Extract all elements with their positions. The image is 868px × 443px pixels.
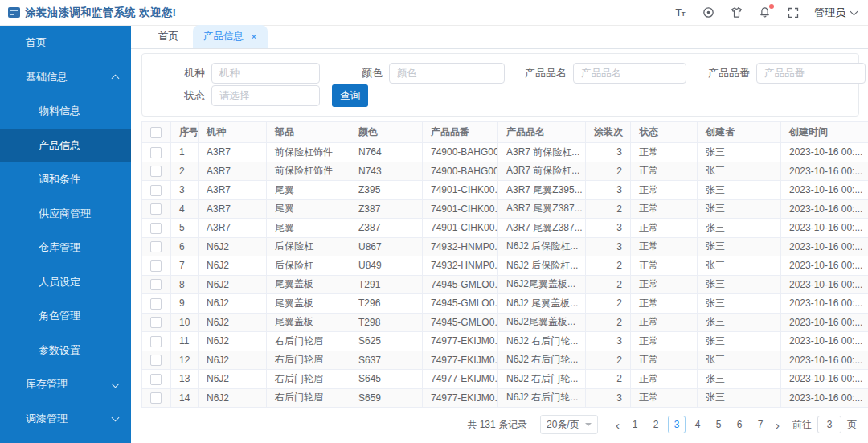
column-header: 创建时间 xyxy=(781,122,868,143)
table-cell: A3R7 xyxy=(199,181,267,200)
table-cell: 2023-10-16 00:... xyxy=(781,313,868,332)
select-all-checkbox[interactable] xyxy=(150,127,162,138)
sidebar-item-personnel-setting[interactable]: 人员设定 xyxy=(0,265,131,300)
table-cell: N743 xyxy=(350,162,423,181)
page-number-2[interactable]: 2 xyxy=(647,416,665,433)
row-checkbox[interactable] xyxy=(150,392,162,404)
tab-label: 首页 xyxy=(158,31,178,42)
sidebar-item-param-setting[interactable]: 参数设置 xyxy=(0,334,131,368)
app-window: 涂装油漆调和监管系统 欢迎您! TT 管理员 xyxy=(0,0,868,443)
sidebar-item-home[interactable]: 首页 xyxy=(0,26,131,60)
tab-首页[interactable]: 首页 xyxy=(157,25,180,48)
table-cell: 2023-10-16 00:... xyxy=(781,275,868,294)
row-checkbox[interactable] xyxy=(150,241,162,252)
row-checkbox[interactable] xyxy=(150,185,162,196)
table-cell: 正常 xyxy=(631,351,698,370)
sidebar-item-material-info[interactable]: 物料信息 xyxy=(0,94,131,129)
font-size-icon[interactable]: TT xyxy=(674,6,687,19)
sidebar-item-supplier-mgmt[interactable]: 供应商管理 xyxy=(0,197,131,232)
goto-page-input[interactable] xyxy=(817,416,841,433)
table-cell: N6J2 尾翼盖板... xyxy=(498,294,586,314)
status-label: 状态 xyxy=(150,88,205,103)
table-cell: 张三 xyxy=(698,256,781,276)
table-row: 4A3R7尾翼Z38774901-CIHK00...A3R7 尾翼Z387...… xyxy=(142,199,868,219)
search-field-product-name: 产品品名 xyxy=(515,63,686,84)
table-row: 11N6J2右后门轮眉S62574977-EKIJM0...N6J2 右后门轮.… xyxy=(142,332,868,351)
page-number-1[interactable]: 1 xyxy=(626,416,644,433)
table-cell: 4 xyxy=(171,199,199,219)
row-checkbox[interactable] xyxy=(150,147,162,158)
row-checkbox[interactable] xyxy=(150,223,162,234)
fullscreen-icon[interactable] xyxy=(786,6,800,19)
status-select[interactable]: 请选择 xyxy=(211,85,320,106)
user-menu[interactable]: 管理员 xyxy=(814,6,857,20)
chevron-down-icon xyxy=(112,379,120,388)
sidebar-item-product-info[interactable]: 产品信息 xyxy=(0,129,131,163)
prev-page-button[interactable]: ‹ xyxy=(611,419,624,431)
table-cell: 2 xyxy=(586,351,631,370)
table-cell: 74945-GMLO0... xyxy=(423,275,498,294)
table-cell: 后保险杠 xyxy=(267,256,350,276)
sidebar-item-label: 参数设置 xyxy=(39,343,80,358)
row-checkbox[interactable] xyxy=(150,279,162,290)
table-cell: 74901-CIHK00... xyxy=(423,199,498,219)
table-cell: 正常 xyxy=(631,162,698,181)
chevron-up-icon xyxy=(112,75,120,83)
sidebar-item-blend-condition[interactable]: 调和条件 xyxy=(0,162,131,197)
page-number-5[interactable]: 5 xyxy=(710,416,727,433)
row-checkbox[interactable] xyxy=(150,298,162,310)
sidebar-item-label: 调和条件 xyxy=(39,172,80,187)
table-cell: N6J2 xyxy=(199,313,267,332)
page-number-7[interactable]: 7 xyxy=(751,416,769,433)
table-cell: N6J2尾翼盖板... xyxy=(498,313,586,332)
search-input-product-name[interactable] xyxy=(573,63,686,84)
search-field-color: 颜色 xyxy=(334,63,505,84)
page-number-6[interactable]: 6 xyxy=(731,416,748,433)
table-cell: S645 xyxy=(350,370,423,389)
search-field-product-number: 产品品番 xyxy=(698,63,866,84)
table-row: 14N6J2右后门轮眉S65974977-EKIJM0...N6J2 右后门轮.… xyxy=(142,388,868,408)
query-button[interactable]: 查询 xyxy=(332,84,368,107)
search-input-machine-type[interactable] xyxy=(211,63,320,84)
screen-adapt-icon[interactable] xyxy=(702,6,715,19)
page-number-4[interactable]: 4 xyxy=(689,416,706,433)
sidebar-item-inventory-mgmt[interactable]: 库存管理 xyxy=(0,367,131,402)
sidebar-item-role-mgmt[interactable]: 角色管理 xyxy=(0,299,131,334)
table-cell: U867 xyxy=(350,237,423,256)
row-checkbox[interactable] xyxy=(150,336,162,347)
table-cell: N764 xyxy=(350,143,423,162)
table-cell: 13 xyxy=(171,370,199,389)
table-cell: 正常 xyxy=(631,388,698,408)
table-cell: N6J2 xyxy=(199,237,267,256)
page-size-select[interactable]: 20条/页 xyxy=(540,415,598,434)
table-cell: 3 xyxy=(586,143,631,162)
next-page-button[interactable]: › xyxy=(771,419,784,431)
page-number-3[interactable]: 3 xyxy=(668,416,686,433)
table-cell: 8 xyxy=(171,275,199,294)
notification-bell-icon[interactable] xyxy=(758,6,772,19)
row-checkbox[interactable] xyxy=(150,260,162,272)
table-cell: 正常 xyxy=(631,143,698,162)
row-checkbox[interactable] xyxy=(150,374,162,385)
brand: 涂装油漆调和监管系统 欢迎您! xyxy=(8,6,176,20)
search-input-product-number[interactable] xyxy=(756,63,866,84)
sidebar-item-paint-mgmt[interactable]: 调漆管理 xyxy=(0,402,131,437)
table-cell: N6J2 xyxy=(199,275,267,294)
main-content: 首页 产品信息 × 机种 颜色 xyxy=(131,26,868,443)
sidebar-item-label: 供应商管理 xyxy=(39,207,91,221)
theme-shirt-icon[interactable] xyxy=(730,6,743,19)
search-input-color[interactable] xyxy=(389,63,505,84)
row-checkbox[interactable] xyxy=(150,317,162,328)
table-cell: A3R7 尾翼Z395... xyxy=(498,181,586,200)
row-checkbox[interactable] xyxy=(150,355,162,366)
tab-close-icon[interactable]: × xyxy=(251,31,257,42)
sidebar-item-warehouse-mgmt[interactable]: 仓库管理 xyxy=(0,231,131,265)
tab-产品信息[interactable]: 产品信息 × xyxy=(193,25,268,48)
top-header: 涂装油漆调和监管系统 欢迎您! TT 管理员 xyxy=(0,0,868,26)
row-checkbox[interactable] xyxy=(150,203,162,215)
row-checkbox[interactable] xyxy=(150,166,162,177)
sidebar-item-label: 首页 xyxy=(26,35,47,50)
sidebar-item-basic-info[interactable]: 基础信息 xyxy=(0,60,131,95)
table-cell: 2023-10-16 00:... xyxy=(781,237,868,256)
table-row: 2A3R7前保险杠饰件N74374900-BAHG00...A3R7 前保险杠.… xyxy=(142,162,868,181)
